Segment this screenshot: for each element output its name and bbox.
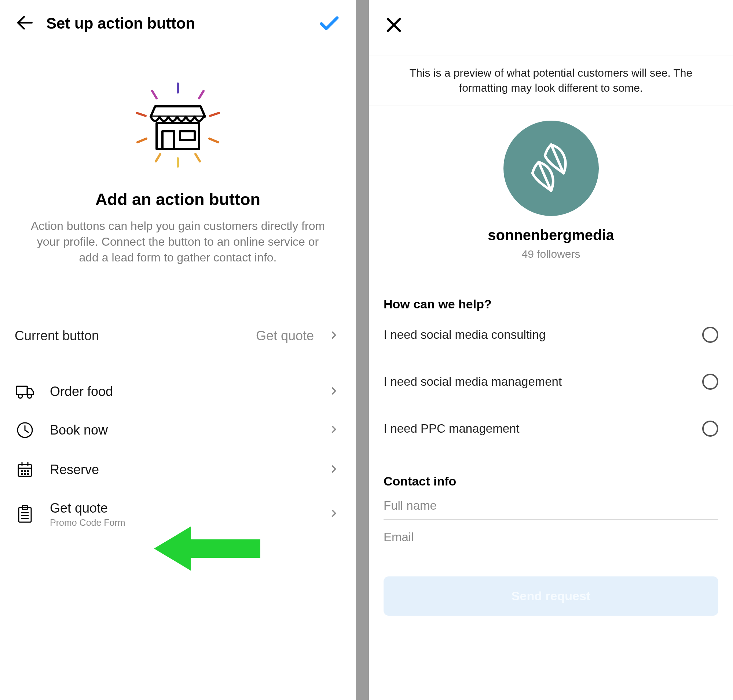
clock-icon bbox=[15, 421, 35, 439]
setup-action-button-screen: Set up action button bbox=[0, 0, 356, 700]
choice-management[interactable]: I need social media management bbox=[384, 358, 718, 405]
svg-point-25 bbox=[25, 471, 26, 472]
svg-line-3 bbox=[199, 91, 203, 98]
svg-line-6 bbox=[137, 138, 146, 142]
send-request-button[interactable]: Send request bbox=[384, 576, 718, 616]
chevron-right-icon bbox=[328, 328, 339, 344]
profile-avatar bbox=[503, 121, 599, 216]
svg-point-27 bbox=[22, 474, 23, 475]
preview-note: This is a preview of what potential cust… bbox=[369, 55, 733, 106]
current-button-row[interactable]: Current button Get quote bbox=[15, 328, 341, 344]
option-get-quote[interactable]: Get quote Promo Code Form bbox=[15, 490, 341, 539]
close-icon[interactable] bbox=[384, 30, 404, 36]
vertical-divider bbox=[356, 0, 369, 700]
section-description: Action buttons can help you gain custome… bbox=[28, 218, 328, 266]
lead-form-preview-screen: This is a preview of what potential cust… bbox=[369, 0, 733, 700]
chevron-right-icon bbox=[328, 508, 339, 520]
svg-line-9 bbox=[196, 154, 200, 161]
svg-point-28 bbox=[25, 474, 26, 475]
option-label: Book now bbox=[50, 422, 328, 438]
option-label: Reserve bbox=[50, 462, 328, 477]
section-title: Add an action button bbox=[15, 190, 341, 209]
page-title: Set up action button bbox=[46, 15, 318, 32]
confirm-check-icon[interactable] bbox=[318, 11, 341, 36]
profile-name: sonnenbergmedia bbox=[369, 227, 733, 244]
svg-line-8 bbox=[156, 154, 160, 161]
svg-point-26 bbox=[28, 471, 29, 472]
radio-icon bbox=[702, 374, 718, 390]
back-arrow-icon[interactable] bbox=[15, 12, 35, 34]
profile-followers: 49 followers bbox=[369, 248, 733, 260]
svg-line-7 bbox=[209, 138, 218, 142]
svg-line-2 bbox=[152, 91, 157, 98]
contact-info-title: Contact info bbox=[384, 474, 718, 488]
svg-point-29 bbox=[28, 474, 29, 475]
email-field[interactable] bbox=[384, 520, 718, 551]
svg-line-4 bbox=[137, 113, 146, 116]
shop-illustration bbox=[15, 80, 341, 175]
choice-label: I need social media consulting bbox=[384, 328, 546, 342]
svg-rect-12 bbox=[162, 131, 174, 149]
svg-line-19 bbox=[25, 430, 28, 432]
option-sublabel: Promo Code Form bbox=[50, 518, 328, 528]
current-button-label: Current button bbox=[15, 328, 99, 344]
option-book-now[interactable]: Book now bbox=[15, 410, 341, 450]
svg-point-24 bbox=[22, 471, 23, 472]
clipboard-icon bbox=[15, 504, 35, 524]
header: Set up action button bbox=[15, 11, 341, 40]
option-label: Order food bbox=[50, 384, 328, 399]
svg-rect-14 bbox=[16, 386, 27, 394]
svg-rect-13 bbox=[180, 131, 195, 140]
option-order-food[interactable]: Order food bbox=[15, 373, 341, 410]
full-name-field[interactable] bbox=[384, 488, 718, 520]
question-title: How can we help? bbox=[384, 297, 718, 311]
radio-icon bbox=[702, 421, 718, 437]
chevron-right-icon bbox=[328, 424, 339, 436]
option-reserve[interactable]: Reserve bbox=[15, 450, 341, 490]
svg-point-15 bbox=[18, 394, 22, 398]
current-button-value: Get quote bbox=[256, 328, 314, 344]
calendar-icon bbox=[15, 461, 35, 478]
radio-icon bbox=[702, 327, 718, 343]
truck-icon bbox=[15, 384, 35, 399]
svg-point-16 bbox=[28, 394, 31, 398]
choice-consulting[interactable]: I need social media consulting bbox=[384, 311, 718, 358]
choice-label: I need social media management bbox=[384, 375, 562, 389]
chevron-right-icon bbox=[328, 386, 339, 397]
choice-label: I need PPC management bbox=[384, 422, 520, 435]
option-label: Get quote bbox=[50, 500, 328, 516]
choice-ppc[interactable]: I need PPC management bbox=[384, 405, 718, 452]
svg-line-5 bbox=[210, 113, 219, 116]
chevron-right-icon bbox=[328, 464, 339, 476]
action-options-list: Order food Book now bbox=[15, 373, 341, 539]
